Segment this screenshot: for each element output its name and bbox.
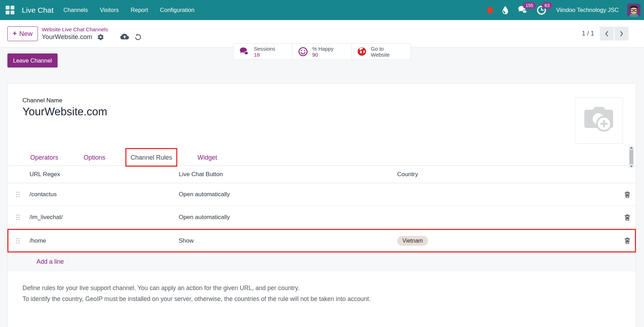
pager-value: 1 / 1 bbox=[582, 30, 594, 37]
tab-options[interactable]: Options bbox=[84, 150, 105, 165]
top-nav: Live Chat Channels Visitors Report Confi… bbox=[0, 0, 644, 20]
delete-row-icon[interactable] bbox=[624, 214, 630, 221]
help-line-2: To identify the country, GeoIP must be i… bbox=[22, 294, 371, 304]
nav-item-report[interactable]: Report bbox=[131, 7, 148, 13]
live-chat-button-cell[interactable]: Show bbox=[179, 237, 390, 244]
breadcrumb-current: YourWebsite.com bbox=[42, 33, 92, 41]
company-name[interactable]: Viindoo Technology JSC bbox=[556, 7, 619, 13]
drag-handle-icon[interactable] bbox=[15, 237, 20, 244]
nav-item-configuration[interactable]: Configuration bbox=[160, 7, 195, 13]
happy-stat-button[interactable]: % Happy 90 bbox=[293, 44, 351, 59]
column-header-live-chat-button[interactable]: Live Chat Button bbox=[179, 171, 390, 178]
stat-buttons: Sessions 18 % Happy 90 Go to Website bbox=[233, 43, 411, 60]
table-row[interactable]: /home Show Vietnam bbox=[7, 229, 636, 253]
nav-item-channels[interactable]: Channels bbox=[64, 7, 88, 13]
nav-item-visitors[interactable]: Visitors bbox=[100, 7, 119, 13]
drag-handle-icon[interactable] bbox=[15, 191, 20, 198]
settings-gear-icon[interactable] bbox=[97, 34, 104, 40]
discard-undo-icon[interactable] bbox=[134, 33, 142, 41]
help-line-1: Define rules for your live support chann… bbox=[22, 283, 371, 294]
column-header-url-regex[interactable]: URL Regex bbox=[29, 171, 179, 178]
country-tag[interactable]: Vietnam bbox=[397, 236, 428, 246]
breadcrumb: Website Live Chat Channels YourWebsite.c… bbox=[42, 26, 142, 41]
tab-channel-rules[interactable]: Channel Rules bbox=[131, 150, 172, 165]
chevron-right-icon bbox=[619, 31, 624, 37]
channel-name-label: Channel Name bbox=[22, 97, 62, 104]
delete-row-icon[interactable] bbox=[624, 237, 630, 244]
new-button[interactable]: + New bbox=[7, 26, 38, 41]
messages-count-badge: 155 bbox=[523, 2, 536, 9]
chevron-left-icon bbox=[604, 31, 609, 37]
recording-indicator-icon bbox=[487, 7, 493, 14]
plus-icon: + bbox=[13, 30, 17, 38]
delete-row-icon[interactable] bbox=[624, 191, 630, 198]
scroll-up-icon[interactable] bbox=[630, 147, 633, 149]
messages-icon[interactable]: 155 bbox=[518, 5, 528, 15]
breadcrumb-parent-link[interactable]: Website Live Chat Channels bbox=[42, 26, 142, 32]
tab-operators[interactable]: Operators bbox=[30, 150, 58, 165]
live-chat-button-cell[interactable]: Open automatically bbox=[179, 191, 390, 198]
droplet-icon[interactable] bbox=[501, 6, 509, 15]
activities-clock-icon[interactable]: 63 bbox=[537, 5, 546, 15]
go-to-website-button[interactable]: Go to Website bbox=[351, 44, 410, 59]
url-regex-cell[interactable]: /im_livechat/ bbox=[29, 214, 179, 221]
live-chat-button-cell[interactable]: Open automatically bbox=[179, 214, 390, 221]
globe-icon bbox=[357, 47, 367, 56]
url-regex-cell[interactable]: /contactus bbox=[29, 191, 179, 198]
cloud-save-icon[interactable] bbox=[120, 33, 129, 40]
table-row[interactable]: /im_livechat/ Open automatically bbox=[7, 206, 636, 229]
table-row[interactable]: /contactus Open automatically bbox=[7, 183, 636, 206]
pager-next-button[interactable] bbox=[615, 27, 629, 40]
control-panel: + New Website Live Chat Channels YourWeb… bbox=[0, 20, 644, 47]
user-avatar[interactable] bbox=[627, 4, 640, 17]
add-a-line-link[interactable]: Add a line bbox=[7, 253, 636, 271]
smiley-icon bbox=[298, 47, 308, 57]
chat-bubbles-icon bbox=[239, 47, 250, 56]
column-header-country[interactable]: Country bbox=[390, 171, 616, 178]
channel-rules-table: URL Regex Live Chat Button Country /cont… bbox=[7, 166, 636, 271]
channel-image-upload[interactable] bbox=[575, 97, 623, 144]
leave-channel-button[interactable]: Leave Channel bbox=[7, 53, 58, 68]
apps-grid-icon[interactable] bbox=[6, 6, 15, 15]
app-name[interactable]: Live Chat bbox=[22, 6, 54, 14]
channel-form-card: Channel Name YourWebsite.com Operators O… bbox=[7, 83, 636, 327]
channel-name-value[interactable]: YourWebsite.com bbox=[22, 105, 107, 118]
notebook-tabs: Operators Options Channel Rules Widget bbox=[7, 150, 636, 166]
sessions-stat-button[interactable]: Sessions 18 bbox=[234, 44, 293, 59]
nav-menu: Channels Visitors Report Configuration bbox=[64, 7, 195, 13]
tab-widget[interactable]: Widget bbox=[197, 150, 217, 165]
url-regex-cell[interactable]: /home bbox=[29, 237, 179, 244]
rules-help-text: Define rules for your live support chann… bbox=[22, 283, 371, 304]
activities-count-badge: 63 bbox=[542, 2, 552, 9]
table-header-row: URL Regex Live Chat Button Country bbox=[7, 166, 636, 183]
pager-previous-button[interactable] bbox=[600, 27, 614, 40]
camera-plus-icon bbox=[582, 105, 616, 136]
drag-handle-icon[interactable] bbox=[15, 214, 20, 221]
pager: 1 / 1 bbox=[582, 27, 629, 40]
page-content: Leave Channel Channel Name YourWebsite.c… bbox=[0, 47, 644, 327]
